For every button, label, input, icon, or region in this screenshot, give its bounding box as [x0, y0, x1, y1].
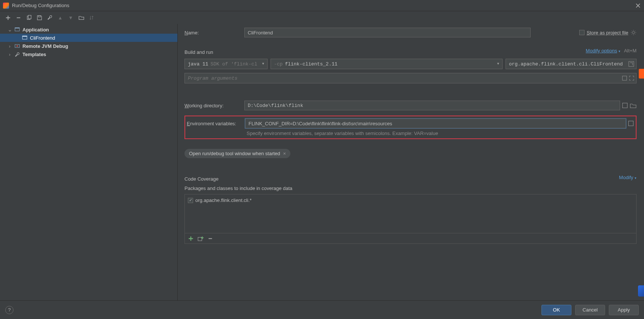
folder-icon[interactable] [78, 14, 85, 21]
jre-prefix: java 11 [188, 61, 208, 67]
fullscreen-icon[interactable] [629, 75, 635, 81]
sort-icon [88, 14, 95, 21]
ok-button[interactable]: OK [541, 305, 571, 315]
svg-rect-1 [28, 15, 31, 18]
dialog-footer: ? OK Cancel Apply [0, 300, 644, 319]
config-form: Name: Store as project file Build and ru… [178, 24, 644, 300]
side-badge-blue [638, 285, 644, 297]
env-variables-input[interactable] [245, 119, 626, 128]
apply-button[interactable]: Apply [609, 305, 639, 315]
env-variables-hint: Specify environment variables, separate … [247, 131, 634, 136]
application-child-icon [22, 35, 28, 41]
coverage-toolbar [184, 233, 637, 244]
name-input[interactable] [244, 28, 531, 37]
svg-rect-12 [623, 103, 628, 108]
svg-rect-10 [629, 61, 634, 67]
window-title: Run/Debug Configurations [12, 3, 69, 8]
expand-icon[interactable] [628, 61, 635, 67]
gear-icon[interactable] [631, 30, 637, 36]
working-directory-label: Working directory: [184, 103, 244, 108]
templates-icon [14, 51, 20, 57]
name-label: Name: [184, 30, 244, 36]
tree-label: Application [22, 27, 49, 33]
coverage-list: org.apache.flink.client.cli.* [184, 194, 637, 233]
modify-options-shortcut: Alt+M [624, 48, 637, 53]
cp-prefix: -cp [274, 61, 283, 67]
tree-node-templates[interactable]: › Templates [0, 50, 177, 58]
coverage-item-checkbox[interactable] [188, 198, 193, 203]
main-class-value: org.apache.flink.client.cli.CliFrontend [509, 61, 623, 67]
side-badge-orange [639, 69, 644, 79]
cp-value: flink-clients_2.11 [285, 61, 337, 67]
expand-icon[interactable] [622, 102, 628, 109]
jre-suffix: SDK of 'flink-cl [211, 61, 257, 67]
svg-rect-4 [15, 28, 19, 28]
chevron-right-icon[interactable]: › [7, 52, 12, 57]
coverage-subtitle: Packages and classes to include in cover… [184, 185, 637, 191]
chevron-down-icon: ▼ [497, 62, 499, 66]
chevron-down-icon: ▼ [262, 62, 264, 66]
modify-options-link[interactable]: Modify options ▾ [586, 48, 620, 53]
open-run-debug-chip[interactable]: Open run/debug tool window when started … [184, 149, 290, 158]
help-icon[interactable]: ? [5, 306, 13, 314]
store-as-project-label: Store as project file [587, 30, 628, 36]
add-icon[interactable] [4, 14, 11, 21]
add-package-icon[interactable] [198, 236, 204, 242]
build-run-heading: Build and run [184, 49, 213, 55]
application-node-icon [14, 27, 20, 33]
close-icon[interactable] [635, 3, 641, 9]
jre-selector[interactable]: java 11 SDK of 'flink-cl ▼ [184, 59, 268, 69]
remove-item-icon[interactable] [207, 236, 213, 242]
code-coverage-heading: Code Coverage [184, 176, 219, 182]
working-directory-input[interactable] [244, 101, 620, 110]
chevron-down-icon[interactable]: ⌄ [7, 27, 12, 33]
classpath-selector[interactable]: -cp flink-clients_2.11 ▼ [271, 59, 503, 69]
coverage-item-label: org.apache.flink.client.cli.* [195, 197, 251, 203]
expand-icon[interactable] [622, 75, 628, 81]
copy-icon[interactable] [25, 14, 32, 21]
store-as-project-checkbox[interactable] [579, 30, 585, 35]
program-arguments-placeholder: Program arguments [188, 76, 238, 81]
config-tree: ⌄ Application CliFrontend › Remote JVM D… [0, 24, 178, 300]
main-class-field[interactable]: org.apache.flink.client.cli.CliFrontend [506, 59, 637, 69]
svg-rect-11 [622, 76, 626, 80]
svg-point-8 [16, 45, 18, 47]
env-variables-label: Environment variables: [185, 121, 245, 126]
tree-node-clifrontend[interactable]: CliFrontend [0, 34, 177, 42]
move-up-icon: ▲ [57, 14, 64, 21]
program-arguments-field[interactable]: Program arguments [184, 73, 637, 83]
move-down-icon: ▼ [67, 14, 74, 21]
tree-label: Templates [22, 52, 46, 57]
expand-icon[interactable] [628, 120, 634, 127]
wrench-icon[interactable] [46, 14, 53, 21]
tree-label: Remote JVM Debug [22, 43, 68, 49]
title-bar: Run/Debug Configurations [0, 0, 644, 11]
chevron-right-icon[interactable]: › [7, 43, 12, 49]
remote-jvm-icon [14, 43, 20, 49]
chip-close-icon[interactable]: × [283, 151, 286, 156]
env-variables-highlight: Environment variables: Specify environme… [184, 116, 637, 139]
svg-point-9 [632, 31, 635, 34]
browse-folder-icon[interactable] [630, 102, 637, 109]
tree-node-application[interactable]: ⌄ Application [0, 25, 177, 34]
save-icon[interactable] [36, 14, 43, 21]
remove-icon[interactable] [15, 14, 22, 21]
coverage-item[interactable]: org.apache.flink.client.cli.* [188, 197, 633, 203]
svg-rect-13 [629, 121, 634, 126]
config-toolbar: ▲ ▼ [0, 11, 644, 24]
svg-rect-6 [22, 36, 27, 37]
tree-label: CliFrontend [30, 35, 55, 41]
app-icon [3, 3, 9, 9]
add-class-icon[interactable] [188, 236, 194, 242]
coverage-modify-link[interactable]: Modify ▾ [619, 175, 637, 180]
cancel-button[interactable]: Cancel [575, 305, 605, 315]
tree-node-remote-jvm[interactable]: › Remote JVM Debug [0, 42, 177, 50]
chip-label: Open run/debug tool window when started [189, 151, 280, 156]
